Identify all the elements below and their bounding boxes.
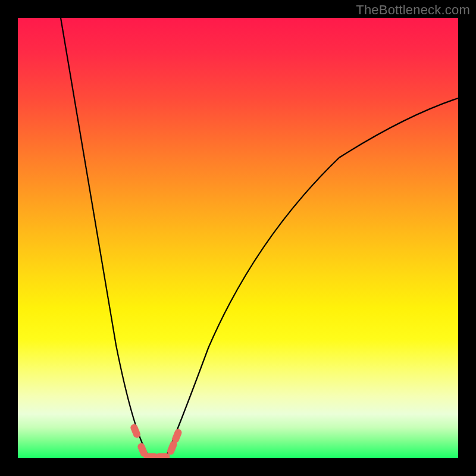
curve-layer [18,18,458,458]
right-marker-upper [171,428,183,443]
svg-rect-5 [171,428,183,443]
svg-rect-3 [156,453,170,458]
plot-frame [18,18,458,458]
watermark-text: TheBottleneck.com [356,2,470,18]
bottom-marker-right [156,453,170,458]
svg-rect-2 [144,453,158,458]
left-marker-upper [130,424,141,439]
bottom-marker-left [144,453,158,458]
left-curve [61,18,150,458]
right-curve [165,98,458,458]
svg-rect-0 [130,424,141,439]
